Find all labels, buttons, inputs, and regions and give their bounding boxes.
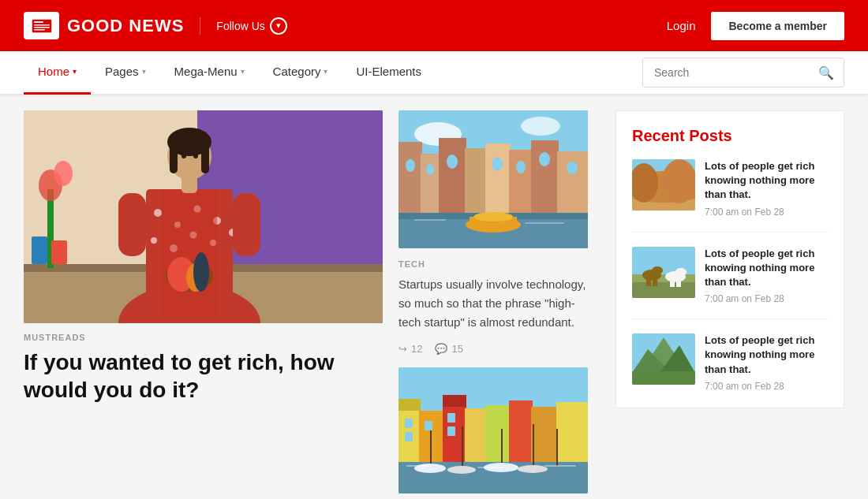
svg-rect-76	[405, 419, 413, 428]
side-article[interactable]: TECH Startups usually involve technology…	[398, 110, 597, 493]
desert-thumbnail	[632, 159, 695, 210]
post-title-2[interactable]: Lots of people get rich knowing nothing …	[705, 247, 828, 290]
svg-rect-39	[51, 240, 67, 264]
svg-rect-85	[533, 424, 534, 466]
recent-post-item[interactable]: Lots of people get rich knowing nothing …	[632, 159, 828, 233]
svg-point-98	[662, 159, 695, 203]
post-info-3: Lots of people get rich knowing nothing …	[705, 333, 828, 392]
post-date-1: 7:00 am on Feb 28	[705, 207, 828, 218]
nav-item-home[interactable]: Home ▾	[24, 51, 91, 95]
comment-icon: 💬	[435, 343, 447, 355]
content-area: MUSTREADS If you wanted to get rich, how…	[0, 95, 868, 499]
search-box: 🔍	[642, 58, 844, 88]
svg-rect-75	[556, 402, 588, 470]
svg-rect-2	[34, 24, 50, 26]
harbor-image	[398, 367, 588, 493]
svg-rect-86	[556, 429, 558, 466]
comment-count: 💬 15	[435, 343, 462, 355]
kitchen-image-svg	[24, 110, 383, 323]
main-content: MUSTREADS If you wanted to get rich, how…	[24, 110, 597, 493]
svg-rect-63	[414, 219, 446, 221]
svg-rect-79	[447, 413, 455, 423]
svg-point-12	[154, 209, 162, 217]
nav-links: Home ▾ Pages ▾ Mega-Menu ▾ Category ▾ UI…	[24, 51, 436, 95]
category-dropdown-arrow: ▾	[324, 67, 327, 76]
svg-rect-38	[32, 236, 47, 264]
recent-posts-title: Recent Posts	[632, 127, 828, 145]
svg-rect-44	[421, 154, 440, 213]
featured-title[interactable]: If you wanted to get rich, how would you…	[24, 348, 383, 404]
svg-point-88	[447, 466, 476, 474]
svg-rect-43	[398, 142, 422, 213]
search-input[interactable]	[643, 66, 809, 79]
logo[interactable]: GOOD NEWS	[24, 12, 184, 39]
svg-rect-45	[439, 138, 466, 213]
svg-point-51	[406, 159, 415, 172]
svg-rect-78	[425, 421, 432, 430]
follow-us-button[interactable]: Follow Us ▾	[200, 17, 286, 35]
svg-rect-82	[430, 430, 432, 466]
svg-rect-31	[170, 134, 178, 173]
svg-rect-67	[398, 399, 421, 411]
post-date-3: 7:00 am on Feb 28	[705, 381, 828, 392]
logo-icon	[24, 12, 59, 39]
top-bar: GOOD NEWS Follow Us ▾ Login Become a mem…	[0, 0, 868, 51]
svg-rect-46	[465, 148, 487, 213]
post-date-2: 7:00 am on Feb 28	[705, 293, 828, 304]
share-icon: ↪	[398, 343, 407, 355]
svg-rect-108	[676, 277, 681, 287]
svg-rect-0	[32, 19, 52, 33]
svg-rect-72	[485, 405, 511, 470]
logo-text: GOOD NEWS	[67, 16, 184, 36]
svg-rect-1	[34, 21, 43, 23]
post-title-1[interactable]: Lots of people get rich knowing nothing …	[705, 159, 828, 203]
featured-tag: MUSTREADS	[24, 333, 383, 342]
nav-item-pages[interactable]: Pages ▾	[91, 51, 160, 95]
post-thumb-3	[632, 333, 695, 385]
mega-menu-dropdown-arrow: ▾	[241, 67, 245, 76]
svg-rect-23	[233, 193, 260, 256]
featured-article[interactable]: MUSTREADS If you wanted to get rich, how…	[24, 110, 383, 493]
nav-item-category[interactable]: Category ▾	[259, 51, 342, 95]
svg-point-109	[675, 268, 687, 276]
svg-rect-3	[34, 27, 50, 28]
svg-point-87	[414, 464, 446, 473]
pages-dropdown-arrow: ▾	[142, 67, 146, 76]
post-thumb-1	[632, 159, 695, 210]
svg-point-55	[516, 161, 526, 173]
nav-item-mega-menu[interactable]: Mega-Menu ▾	[160, 51, 259, 95]
post-title-3[interactable]: Lots of people get rich knowing nothing …	[705, 333, 828, 377]
svg-point-53	[447, 155, 458, 169]
become-member-button[interactable]: Become a member	[711, 12, 844, 40]
newspaper-icon	[30, 17, 54, 35]
svg-point-62	[473, 212, 513, 222]
svg-rect-84	[501, 429, 503, 466]
svg-point-54	[492, 157, 503, 171]
svg-rect-49	[531, 140, 559, 213]
post-thumb-2	[632, 247, 695, 298]
svg-rect-64	[525, 222, 564, 224]
search-button[interactable]: 🔍	[809, 65, 844, 80]
svg-point-52	[426, 164, 434, 175]
svg-point-37	[54, 161, 73, 186]
svg-point-90	[518, 465, 548, 473]
login-button[interactable]: Login	[667, 19, 696, 32]
recent-post-item[interactable]: Lots of people get rich knowing nothing …	[632, 247, 828, 320]
second-side-image-wrapper	[398, 367, 597, 493]
recent-post-item[interactable]: Lots of people get rich knowing nothing …	[632, 333, 828, 392]
horses-thumbnail	[632, 247, 695, 298]
svg-rect-73	[509, 400, 533, 470]
share-count: ↪ 12	[398, 343, 422, 355]
recent-posts-box: Recent Posts Lots of people get rich kno…	[615, 110, 844, 408]
svg-rect-4	[34, 29, 45, 31]
side-article-tag: TECH	[398, 259, 597, 269]
follow-dropdown-icon: ▾	[270, 17, 287, 35]
svg-point-57	[567, 162, 578, 174]
mountain-thumbnail	[632, 333, 695, 385]
svg-rect-101	[632, 274, 695, 282]
svg-rect-83	[462, 426, 463, 466]
svg-rect-74	[531, 407, 558, 470]
svg-rect-114	[632, 371, 695, 385]
article-meta: ↪ 12 💬 15	[398, 343, 597, 355]
nav-item-ui-elements[interactable]: UI-Elements	[342, 51, 436, 95]
